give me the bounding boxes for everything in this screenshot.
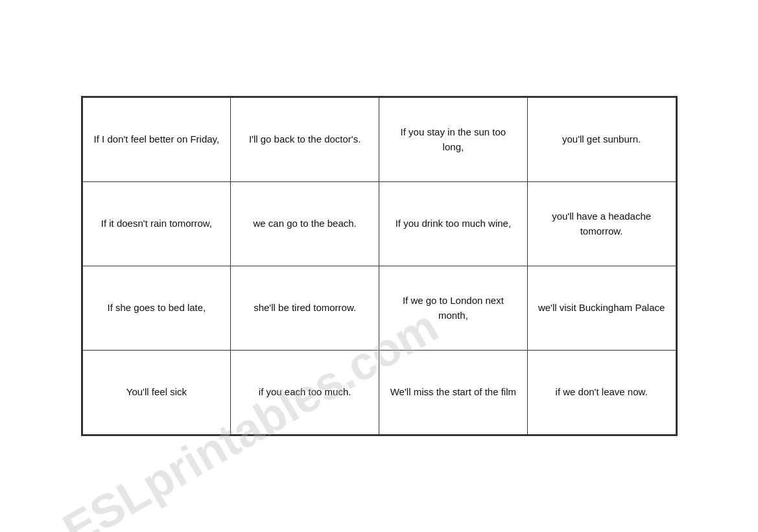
cell-r1-c1: we can go to the beach.: [231, 182, 379, 266]
cell-r2-c2: If we go to London next month,: [379, 266, 528, 351]
cell-r2-c1: she'll be tired tomorrow.: [231, 266, 379, 351]
cell-r0-c3: you'll get sunburn.: [527, 98, 676, 182]
cell-r3-c3: if we don't leave now.: [527, 351, 676, 435]
cell-r3-c0: You'll feel sick: [82, 351, 231, 435]
cell-r0-c2: If you stay in the sun too long,: [379, 98, 528, 182]
cell-r3-c2: We'll miss the start of the film: [379, 351, 528, 435]
cell-r0-c1: I'll go back to the doctor's.: [231, 98, 379, 182]
conditional-sentences-table: If I don't feel better on Friday,I'll go…: [82, 97, 676, 435]
main-table-container: If I don't feel better on Friday,I'll go…: [81, 96, 678, 436]
cell-r2-c0: If she goes to bed late,: [82, 266, 231, 351]
cell-r1-c0: If it doesn't rain tomorrow,: [82, 182, 231, 266]
cell-r1-c2: If you drink too much wine,: [379, 182, 528, 266]
cell-r0-c0: If I don't feel better on Friday,: [82, 98, 231, 182]
cell-r2-c3: we'll visit Buckingham Palace: [527, 266, 676, 351]
cell-r3-c1: if you each too much.: [231, 351, 379, 435]
cell-r1-c3: you'll have a headache tomorrow.: [527, 182, 676, 266]
